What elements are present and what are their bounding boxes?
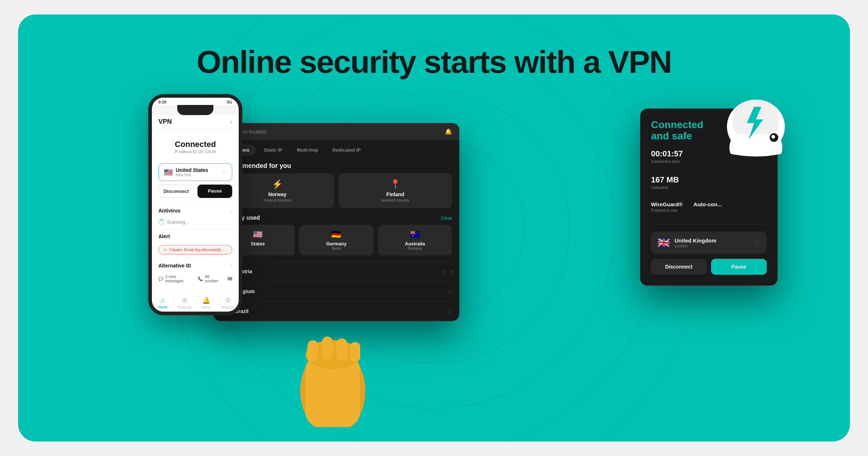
at-chevron-icon: › — [450, 269, 452, 274]
rp-stats-row3: WireGuard® Protocol in use Auto-con... — [651, 201, 767, 218]
recent-australia[interactable]: 🇦🇺 Australia Brisbane — [378, 225, 452, 256]
finland-icon: 📍 — [344, 179, 446, 189]
phone-favorite-icon[interactable]: ☆ — [222, 169, 227, 176]
phone-icon: 📞 — [198, 276, 203, 281]
nav-news-label: News — [201, 305, 210, 309]
br-star-icon[interactable]: ☆ — [447, 308, 452, 315]
right-connected-panel: Connected and safe 00:01:57 Connection t… — [640, 109, 778, 286]
nav-products-label: Products — [177, 305, 191, 309]
desktop-clear-button[interactable]: Clear — [441, 215, 452, 221]
rp-protocol-label: Protocol in use — [651, 208, 683, 212]
desktop-search-input[interactable]: Search location — [231, 129, 441, 135]
phone-screen: 9:30 5G VPN › Connected IP address 62.19… — [148, 94, 242, 315]
au-recent-flag: 🇦🇺 — [383, 230, 447, 239]
phone-messages-item: 💬 2 new messages — [158, 274, 193, 283]
main-container: Online security starts with a VPN 9:30 5… — [18, 14, 850, 442]
home-icon: ⌂ — [161, 296, 165, 304]
phone-alt-id-label: Alternative ID — [158, 263, 191, 269]
nav-settings-item[interactable]: ⚙ Settings — [217, 296, 239, 309]
de-recent-name: Germany — [304, 241, 368, 246]
svg-rect-7 — [350, 342, 360, 362]
phone-disconnect-button[interactable]: Disconnect — [158, 185, 194, 198]
nav-home-item[interactable]: ⌂ Home — [152, 296, 174, 309]
rp-disconnect-button[interactable]: Disconnect — [651, 259, 707, 275]
rp-upload-value: 167 MB — [651, 175, 679, 185]
rp-autoconnect: Auto-con... — [694, 201, 722, 212]
svg-point-11 — [771, 135, 775, 139]
nav-products-item[interactable]: ⊞ Products — [174, 296, 195, 309]
rp-location-box[interactable]: 🇬🇧 United Kingdom London ☆ — [651, 232, 767, 254]
phone-alt-number-item: 📞 Alt number — [198, 274, 222, 283]
rp-protocol: WireGuard® Protocol in use — [651, 201, 683, 212]
alert-warning-icon: ⚠ — [163, 247, 167, 252]
phone-alert-text: 3 leaks: Email big.lebowski@... — [169, 248, 224, 252]
svg-rect-5 — [322, 337, 333, 360]
phone-alt-id-row: 💬 2 new messages 📞 Alt number ✉ — [158, 273, 232, 287]
message-icon: 💬 — [158, 276, 163, 281]
rp-autoconnect-value: Auto-con... — [694, 201, 722, 207]
rp-protocol-value: WireGuard® — [651, 201, 683, 207]
recent-germany[interactable]: 🇩🇪 Germany Berlin — [299, 225, 373, 256]
phone-notch — [177, 105, 213, 115]
rec-card-finland[interactable]: 📍 Finland Nearest country — [339, 173, 452, 208]
rp-upload-label: Uploaded — [651, 185, 679, 190]
finland-name: Finland — [344, 191, 446, 197]
phone-location-name: United States — [176, 167, 208, 173]
phone-antivirus-label: Antivirus — [158, 208, 180, 214]
phone-scanning-row: Scanning... — [158, 218, 232, 229]
au-recent-name: Australia — [383, 241, 447, 246]
scanning-spinner-icon — [158, 219, 164, 225]
phone-alt-id-chevron: › — [230, 263, 232, 269]
phone-alt-id-section[interactable]: Alternative ID › — [158, 258, 232, 273]
phone-alert-label: Alert — [158, 233, 170, 239]
uk-flag-icon: 🇬🇧 — [658, 237, 670, 249]
nav-home-label: Home — [158, 305, 168, 309]
rp-connection-time: 00:01:57 Connection time — [651, 149, 683, 164]
rp-stats-row2: 167 MB Uploaded — [651, 175, 767, 195]
be-star-icon[interactable]: ☆ — [447, 288, 452, 295]
rp-divider — [651, 224, 767, 224]
rp-location-info: 🇬🇧 United Kingdom London — [658, 237, 716, 249]
rp-favorite-icon[interactable]: ☆ — [754, 238, 760, 246]
phone-new-messages: 2 new messages — [165, 274, 193, 283]
phone-connected-title: Connected — [158, 140, 232, 149]
phone-alert-section[interactable]: Alert — [158, 229, 232, 244]
phone-location-city: New York — [176, 173, 208, 177]
nav-news-item[interactable]: 🔔 News — [195, 296, 217, 309]
helmet-illustration — [720, 87, 792, 161]
at-star-icon[interactable]: ☆ — [442, 268, 447, 275]
tab-multihop[interactable]: Multi-hop — [290, 144, 324, 156]
rp-location-city: London — [675, 244, 716, 248]
de-recent-city: Berlin — [304, 246, 368, 250]
news-icon: 🔔 — [202, 296, 210, 304]
svg-rect-6 — [336, 338, 347, 361]
phone-chevron-icon: › — [230, 119, 232, 125]
settings-icon: ⚙ — [225, 296, 231, 304]
phone-mockup: 9:30 5G VPN › Connected IP address 62.19… — [148, 94, 257, 315]
bell-icon: 🔔 — [445, 128, 452, 135]
page-headline: Online security starts with a VPN — [196, 43, 671, 80]
rp-action-buttons: Disconnect Pause — [651, 259, 767, 275]
tab-dedicated-ip[interactable]: Dedicated IP — [326, 144, 367, 156]
us-flag-icon: 🇺🇸 — [164, 168, 173, 177]
phone-pause-button[interactable]: Pause — [197, 185, 232, 198]
email-icon: ✉ — [227, 275, 232, 282]
phone-status-bar: 9:30 5G — [152, 98, 239, 105]
phone-alert-badge[interactable]: ⚠ 3 leaks: Email big.lebowski@... — [158, 245, 232, 254]
rp-uploaded: 167 MB Uploaded — [651, 175, 679, 190]
nav-settings-label: Settings — [221, 305, 234, 309]
phone-location-info: 🇺🇸 United States New York — [164, 167, 208, 177]
phone-connected-section: Connected IP address 62.197.149.69 — [158, 136, 232, 160]
rp-pause-button[interactable]: Pause — [711, 259, 767, 275]
de-recent-flag: 🇩🇪 — [304, 230, 368, 239]
phone-action-buttons: Disconnect Pause — [158, 185, 232, 198]
phone-location-box[interactable]: 🇺🇸 United States New York ☆ — [158, 163, 232, 181]
phone-app-title: VPN — [158, 118, 172, 126]
svg-rect-4 — [307, 340, 318, 362]
tab-static-ip[interactable]: Static IP — [257, 144, 289, 156]
hand-illustration — [286, 282, 380, 427]
phone-alt-number-label: Alt number — [205, 274, 222, 283]
phone-time: 9:30 — [158, 100, 166, 104]
au-recent-city: Brisbane — [383, 246, 447, 250]
phone-antivirus-section[interactable]: Antivirus › — [158, 203, 232, 218]
